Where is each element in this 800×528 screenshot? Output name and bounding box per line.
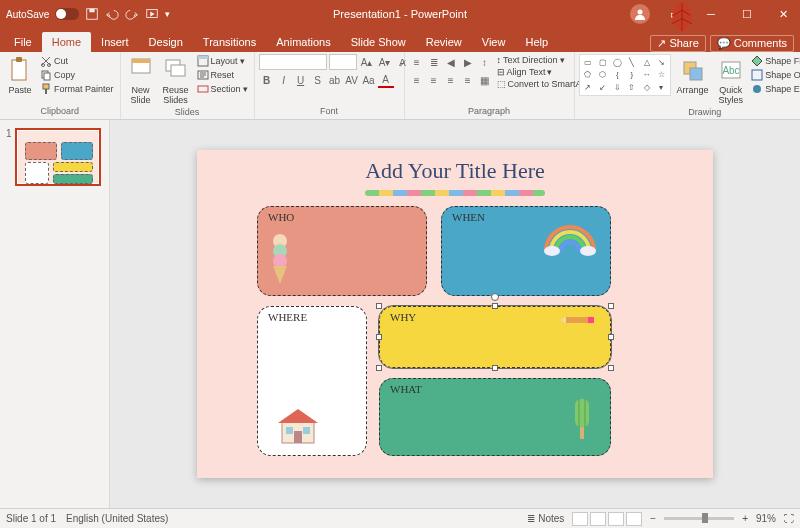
resize-handle-e[interactable]	[608, 334, 614, 340]
resize-handle-se[interactable]	[608, 365, 614, 371]
copy-button[interactable]: Copy	[38, 68, 116, 82]
resize-handle-w[interactable]	[376, 334, 382, 340]
slide-title-text[interactable]: Add Your Title Here	[197, 158, 713, 184]
resize-handle-ne[interactable]	[608, 303, 614, 309]
tab-review[interactable]: Review	[416, 32, 472, 52]
cut-button[interactable]: Cut	[38, 54, 116, 68]
slideshow-view-button[interactable]	[626, 512, 642, 526]
columns-button[interactable]: ▦	[477, 72, 493, 88]
notes-button[interactable]: ≣ Notes	[527, 513, 564, 524]
bullets-button[interactable]: ≡	[409, 54, 425, 70]
underline-button[interactable]: U	[293, 72, 309, 88]
tab-insert[interactable]: Insert	[91, 32, 139, 52]
card-who[interactable]: WHO	[257, 206, 427, 296]
rainbow-icon	[542, 221, 598, 257]
svg-rect-10	[43, 84, 49, 89]
font-family-combo[interactable]	[259, 54, 327, 70]
minimize-button[interactable]: ─	[694, 0, 728, 28]
slide-thumbnail-1[interactable]	[15, 128, 101, 186]
align-right-button[interactable]: ≡	[443, 72, 459, 88]
redo-icon[interactable]	[125, 7, 139, 21]
card-why-label: WHY	[390, 311, 416, 323]
strike-button[interactable]: S	[310, 72, 326, 88]
reuse-slides-button[interactable]: Reuse Slides	[159, 54, 193, 107]
slide-sorter-view-button[interactable]	[590, 512, 606, 526]
arrange-button[interactable]: Arrange	[673, 54, 713, 97]
card-why[interactable]: WHY	[379, 306, 611, 368]
justify-button[interactable]: ≡	[460, 72, 476, 88]
font-size-combo[interactable]	[329, 54, 357, 70]
tab-design[interactable]: Design	[139, 32, 193, 52]
shape-effects-button[interactable]: Shape Effects ▾	[749, 82, 800, 96]
resize-handle-s[interactable]	[492, 365, 498, 371]
maximize-button[interactable]: ☐	[730, 0, 764, 28]
svg-point-7	[48, 64, 51, 67]
account-avatar[interactable]	[630, 4, 650, 24]
tab-help[interactable]: Help	[515, 32, 558, 52]
zoom-out-button[interactable]: −	[650, 513, 656, 524]
svg-point-30	[273, 254, 287, 268]
reading-view-button[interactable]	[608, 512, 624, 526]
share-button[interactable]: ↗ Share	[650, 35, 705, 52]
group-drawing: ▭▢◯╲△↘ ⬠⬡{}↔☆ ↗↙⇩⇧◇▾ Arrange Abc Quick S…	[575, 52, 800, 119]
rotate-handle[interactable]	[491, 293, 499, 301]
resize-handle-sw[interactable]	[376, 365, 382, 371]
shapes-gallery[interactable]: ▭▢◯╲△↘ ⬠⬡{}↔☆ ↗↙⇩⇧◇▾	[579, 54, 671, 96]
card-what[interactable]: WHAT	[379, 378, 611, 456]
change-case-button[interactable]: Aa	[361, 72, 377, 88]
ribbon-display-options-icon[interactable]: ▭	[658, 0, 692, 28]
zoom-in-button[interactable]: +	[742, 513, 748, 524]
reset-button[interactable]: Reset	[195, 68, 250, 82]
layout-button[interactable]: Layout ▾	[195, 54, 250, 68]
normal-view-button[interactable]	[572, 512, 588, 526]
format-painter-button[interactable]: Format Painter	[38, 82, 116, 96]
language-status[interactable]: English (United States)	[66, 513, 168, 524]
numbering-button[interactable]: ≣	[426, 54, 442, 70]
italic-button[interactable]: I	[276, 72, 292, 88]
resize-handle-nw[interactable]	[376, 303, 382, 309]
quick-styles-button[interactable]: Abc Quick Styles	[715, 54, 748, 107]
fit-to-window-button[interactable]: ⛶	[784, 513, 794, 524]
resize-handle-n[interactable]	[492, 303, 498, 309]
tab-slideshow[interactable]: Slide Show	[341, 32, 416, 52]
comments-button[interactable]: 💬 Comments	[710, 35, 794, 52]
shadow-button[interactable]: ab	[327, 72, 343, 88]
card-where[interactable]: WHERE	[257, 306, 367, 456]
paste-button[interactable]: Paste	[4, 54, 36, 97]
undo-icon[interactable]	[105, 7, 119, 21]
tab-transitions[interactable]: Transitions	[193, 32, 266, 52]
char-spacing-button[interactable]: AV	[344, 72, 360, 88]
bold-button[interactable]: B	[259, 72, 275, 88]
new-slide-button[interactable]: New Slide	[125, 54, 157, 107]
increase-indent-button[interactable]: ▶	[460, 54, 476, 70]
tab-file[interactable]: File	[4, 32, 42, 52]
autosave-toggle[interactable]	[55, 8, 79, 20]
svg-rect-37	[566, 317, 588, 323]
svg-point-6	[42, 64, 45, 67]
title-bar: AutoSave ▾ Presentation1 - PowerPoint ▭ …	[0, 0, 800, 28]
card-when[interactable]: WHEN	[441, 206, 611, 296]
tab-animations[interactable]: Animations	[266, 32, 340, 52]
close-button[interactable]: ✕	[766, 0, 800, 28]
line-spacing-button[interactable]: ↕	[477, 54, 493, 70]
qat-customize-icon[interactable]: ▾	[165, 9, 170, 19]
zoom-percent[interactable]: 91%	[756, 513, 776, 524]
save-icon[interactable]	[85, 7, 99, 21]
slide-canvas[interactable]: Add Your Title Here WHO WHEN WHERE WHY	[197, 150, 713, 478]
decrease-indent-button[interactable]: ◀	[443, 54, 459, 70]
align-left-button[interactable]: ≡	[409, 72, 425, 88]
group-font-label: Font	[259, 106, 400, 117]
font-color-button[interactable]: A	[378, 72, 394, 88]
section-button[interactable]: Section ▾	[195, 82, 250, 96]
tab-view[interactable]: View	[472, 32, 516, 52]
slide-editor[interactable]: Add Your Title Here WHO WHEN WHERE WHY	[110, 120, 800, 508]
shape-outline-button[interactable]: Shape Outline ▾	[749, 68, 800, 82]
start-from-beginning-icon[interactable]	[145, 7, 159, 21]
increase-font-icon[interactable]: A▴	[359, 54, 375, 70]
decrease-font-icon[interactable]: A▾	[377, 54, 393, 70]
zoom-slider[interactable]	[664, 517, 734, 520]
slide-counter[interactable]: Slide 1 of 1	[6, 513, 56, 524]
shape-fill-button[interactable]: Shape Fill ▾	[749, 54, 800, 68]
tab-home[interactable]: Home	[42, 32, 91, 52]
align-center-button[interactable]: ≡	[426, 72, 442, 88]
